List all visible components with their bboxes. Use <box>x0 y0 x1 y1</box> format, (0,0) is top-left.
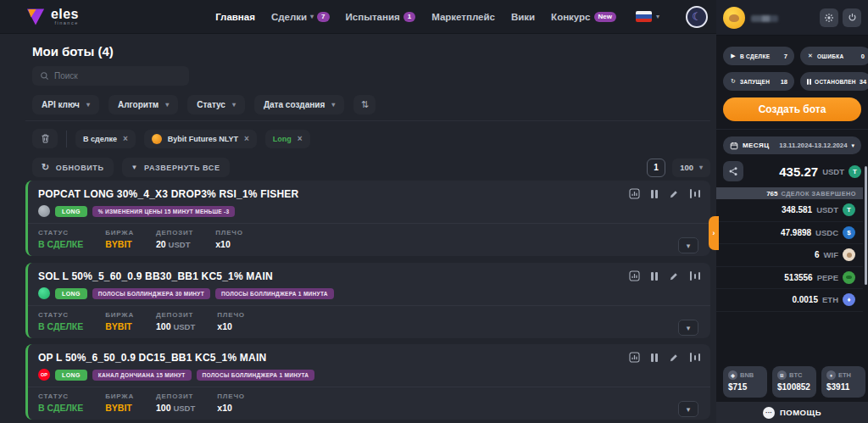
bot-stats-button[interactable] <box>629 270 640 281</box>
stat-chip-in-deal[interactable]: ▶В СДЕЛКЕ7 <box>723 47 794 65</box>
filter-status[interactable]: Статус▾ <box>187 95 245 114</box>
settings-button[interactable] <box>820 8 838 27</box>
expand-bot-button[interactable]: ▾ <box>678 237 698 253</box>
filter-row: API ключ▾ Алгоритм▾ Статус▾ Дата создани… <box>32 95 376 114</box>
bot-settings-button[interactable] <box>690 271 701 281</box>
username-blurred <box>751 13 778 22</box>
bot-card[interactable]: SOL L 50%_5_60_0.9 BB30_BB1 KC5_1% MAIN … <box>25 263 710 338</box>
active-filters-row: В сделке× Bybit Futures NLYT× Long× <box>32 129 310 148</box>
exchange-value: BYBIT <box>105 403 134 413</box>
profit-value: 435.27 <box>779 164 818 179</box>
bot-pause-button[interactable] <box>651 272 658 281</box>
filter-chip-api-key[interactable]: Bybit Futures NLYT× <box>144 130 257 148</box>
stat-chip-stopped[interactable]: ОСТАНОВЛЕН34 <box>800 72 868 91</box>
close-icon[interactable]: × <box>298 134 303 143</box>
bot-edit-button[interactable] <box>669 189 679 199</box>
chevron-down-icon: ▾ <box>331 101 335 109</box>
bot-settings-button[interactable] <box>690 353 701 362</box>
bot-card[interactable]: POPCAT LONG 30%_4_X3 DROP3% RSI_1% FISHE… <box>25 181 710 256</box>
nav-item-wiki[interactable]: Вики <box>511 12 535 22</box>
bnb-coin-icon: ◆ <box>728 370 737 380</box>
filter-algorithm[interactable]: Алгоритм▾ <box>108 95 178 114</box>
bot-pause-button[interactable] <box>651 190 658 198</box>
strategy-badge: КАНАЛ ДОНЧИАНА 15 МИНУТ <box>92 370 192 381</box>
logout-button[interactable] <box>843 8 861 27</box>
theme-toggle[interactable]: ☾ <box>686 6 708 28</box>
expand-all-button[interactable]: ▼РАЗВЕРНУТЬ ВСЕ <box>122 158 230 177</box>
deposit-value: 20 USDT <box>156 239 193 249</box>
bot-tags: LONG % ИЗМЕНЕНИЯ ЦЕНЫ 15 МИНУТ МЕНЬШЕ -3 <box>38 205 700 217</box>
clear-filters-button[interactable] <box>32 129 58 148</box>
divider <box>28 223 710 224</box>
stat-chip-running[interactable]: ↻ЗАПУЩЕН18 <box>723 72 794 91</box>
refresh-button[interactable]: ↻ОБНОВИТЬ <box>32 158 114 177</box>
nav-item-marketplace[interactable]: Маркетплейс <box>431 12 495 22</box>
language-selector[interactable]: ▾ <box>636 11 659 22</box>
close-icon[interactable]: × <box>123 134 128 143</box>
refresh-icon: ↻ <box>730 78 737 85</box>
sort-direction-button[interactable]: ⇅ <box>353 95 376 114</box>
create-bot-button[interactable]: Создать бота <box>723 97 861 121</box>
bot-card[interactable]: OP L 50%_6_50_0.9 DC15_BB1 KC5_1% MAIN O… <box>25 344 710 420</box>
divider <box>66 131 67 147</box>
help-button[interactable]: ··· ПОМОЩЬ <box>716 402 868 423</box>
pagination: 1 100▾ <box>647 159 710 177</box>
share-button[interactable] <box>723 161 743 181</box>
status-value: В СДЕЛКЕ <box>38 403 83 413</box>
page-size-select[interactable]: 100▾ <box>672 159 710 177</box>
status-label: СТАТУС <box>38 392 83 400</box>
nav-item-deals[interactable]: Сделки▾7 <box>271 12 330 22</box>
ticker-bnb: ◆BNB$715 <box>723 366 767 398</box>
leverage-label: ПЛЕЧО <box>215 229 243 237</box>
divider <box>716 129 868 130</box>
app-root: eles finance Главная Сделки▾7 Испытания1… <box>0 0 868 423</box>
bot-status-row: СТАТУСВ СДЕЛКЕ БИРЖАBYBIT ДЕПОЗИТ100 USD… <box>38 392 700 413</box>
page-number-button[interactable]: 1 <box>647 159 665 177</box>
pepe-coin-icon <box>843 271 855 284</box>
eth-coin-icon: ♦ <box>826 370 836 380</box>
nav-item-trials[interactable]: Испытания1 <box>346 12 416 22</box>
bot-stats-button[interactable] <box>629 352 640 363</box>
logo-subtitle: finance <box>51 20 79 25</box>
nav-item-home[interactable]: Главная <box>215 12 255 22</box>
period-selector[interactable]: МЕСЯЦ 13.11.2024-13.12.2024 ▾ <box>723 136 861 154</box>
bot-title: SOL L 50%_5_60_0.9 BB30_BB1 KC5_1% MAIN <box>38 270 273 282</box>
bot-edit-button[interactable] <box>669 353 679 363</box>
ticker-eth: ♦ETH$3911 <box>821 366 865 398</box>
balance-row: 6WIF <box>716 244 863 267</box>
search-icon <box>40 71 49 81</box>
stat-chip-error[interactable]: ✕ОШИБКА0 <box>800 47 868 65</box>
sidebar-collapse-handle[interactable]: › <box>709 216 719 250</box>
search-input[interactable] <box>54 71 181 81</box>
sliders-icon <box>690 271 701 281</box>
bot-title: POPCAT LONG 30%_4_X3 DROP3% RSI_1% FISHE… <box>38 188 298 200</box>
close-icon[interactable]: × <box>244 134 249 143</box>
chat-icon: ··· <box>763 407 775 419</box>
avatar[interactable] <box>723 7 745 29</box>
filter-chip-long[interactable]: Long× <box>265 130 310 148</box>
popcat-coin-icon <box>38 205 50 217</box>
balance-row: 348.581USDTT <box>716 199 863 222</box>
expand-bot-button[interactable]: ▾ <box>678 401 698 417</box>
leverage-label: ПЛЕЧО <box>217 311 245 319</box>
ticker-cards: ◆BNB$715 BBTC$100852 ♦ETH$3911 <box>723 366 865 398</box>
veles-logo[interactable]: eles finance <box>25 7 79 27</box>
leverage-value: x10 <box>217 403 245 413</box>
btc-coin-icon: B <box>777 370 787 380</box>
bot-pause-button[interactable] <box>651 353 658 362</box>
bybit-coin-icon <box>152 134 162 144</box>
balance-row: 0.0015ETH♦ <box>716 289 863 312</box>
bot-stats-button[interactable] <box>629 188 640 199</box>
divider <box>25 120 710 121</box>
filter-api-key[interactable]: API ключ▾ <box>32 95 99 114</box>
bot-settings-button[interactable] <box>690 189 701 198</box>
deposit-value: 100 USDT <box>156 321 195 331</box>
expand-bot-button[interactable]: ▾ <box>678 320 698 336</box>
nav-item-contest[interactable]: КонкурсNew <box>551 12 616 22</box>
sidebar-scrollbar[interactable] <box>865 166 867 285</box>
nav-links: Главная Сделки▾7 Испытания1 Маркетплейс … <box>215 6 708 28</box>
bot-edit-button[interactable] <box>669 271 679 281</box>
filter-created-date[interactable]: Дата создания▾ <box>254 95 344 114</box>
veles-logo-icon <box>25 7 46 27</box>
filter-chip-in-deal[interactable]: В сделке× <box>75 130 136 148</box>
